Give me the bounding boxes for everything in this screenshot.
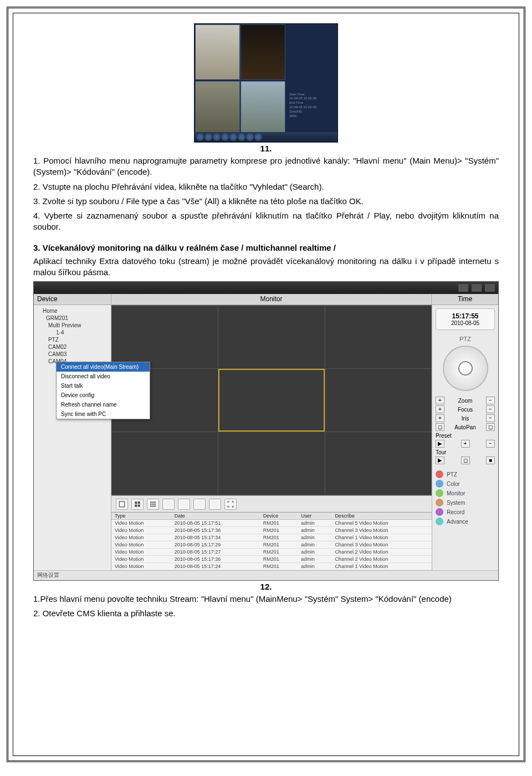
step-4: 4. Vyberte si zaznamenaný soubor a spusť…	[33, 210, 499, 233]
log-cell-date: 2010-08-05 15:17:26	[171, 556, 260, 563]
prev-icon[interactable]	[213, 133, 221, 141]
tree-range[interactable]: 1-4	[36, 329, 109, 336]
log-row[interactable]: Video Motion2010-08-05 15:17:29RM201admi…	[111, 541, 432, 549]
progress-bar[interactable]	[264, 136, 334, 138]
layout-4-icon[interactable]	[131, 499, 144, 510]
layout-25-icon[interactable]	[178, 499, 190, 510]
monitor-cell[interactable]	[218, 306, 324, 368]
thumb-3	[195, 81, 240, 136]
tour-play-button[interactable]: ▶	[436, 457, 444, 464]
log-cell-user: admin	[298, 520, 331, 527]
ctx-start-talk[interactable]: Start talk	[57, 381, 150, 390]
preset-del-button[interactable]: −	[486, 440, 495, 448]
layout-36-icon[interactable]	[193, 499, 206, 510]
close-icon[interactable]	[485, 284, 495, 292]
sidebar-monitor[interactable]: Monitor	[436, 489, 495, 497]
zoom-out-button[interactable]: −	[486, 397, 495, 404]
svg-rect-13	[154, 505, 155, 506]
maximize-icon[interactable]	[472, 284, 482, 292]
log-cell-type: Video Motion	[111, 563, 171, 570]
thumb-4	[241, 81, 285, 136]
autopan-button[interactable]: ◻	[436, 423, 444, 431]
log-row[interactable]: Video Motion2010-08-05 15:17:26RM201admi…	[111, 556, 432, 563]
col-describe: Describe	[331, 513, 432, 520]
svg-rect-9	[152, 503, 154, 504]
next-icon[interactable]	[238, 133, 245, 141]
monitor-cell[interactable]	[325, 306, 431, 368]
record-icon	[436, 508, 443, 516]
sidebar-color[interactable]: Color	[436, 480, 495, 488]
minimize-icon[interactable]	[458, 284, 468, 292]
ctx-refresh-names[interactable]: Refresh channel name	[57, 400, 150, 409]
svg-rect-7	[154, 501, 155, 503]
rewind-icon[interactable]	[221, 133, 229, 141]
tree-ptz[interactable]: PTZ	[36, 336, 109, 343]
monitor-cell[interactable]	[218, 432, 324, 495]
log-row[interactable]: Video Motion2010-08-05 15:17:51RM201admi…	[111, 520, 432, 527]
svg-rect-6	[152, 501, 154, 503]
section-3-text: Aplikací techniky Extra datového toku (s…	[33, 256, 499, 278]
figure-11-caption: 11.	[33, 144, 499, 153]
preset-go-button[interactable]: ▶	[436, 440, 444, 448]
layout-9-icon[interactable]	[147, 499, 159, 510]
tree-cam2[interactable]: CAM02	[36, 343, 109, 351]
sidebar-record[interactable]: Record	[436, 508, 495, 516]
forward-icon[interactable]	[229, 133, 237, 141]
ptz-ring[interactable]	[443, 346, 488, 391]
tour-stop-button[interactable]: ■	[486, 457, 495, 464]
focus-row: + Focus −	[436, 405, 495, 413]
log-cell-describe: Channel 2 Video Motion	[331, 549, 432, 556]
monitor-cell[interactable]	[112, 306, 218, 368]
log-cell-date: 2010-08-05 15:17:27	[171, 549, 260, 556]
tree-home[interactable]: Home	[36, 307, 109, 315]
tree-device[interactable]: GRM201	[36, 315, 109, 322]
system-icon	[436, 499, 443, 506]
preset-add-button[interactable]: +	[461, 440, 470, 448]
ctx-disconnect[interactable]: Disconnect all video	[57, 372, 150, 381]
monitor-cell[interactable]	[325, 369, 431, 432]
ctx-connect-main[interactable]: Connect all video(Main Stream)	[57, 362, 150, 372]
monitor-cell[interactable]	[325, 432, 431, 495]
color-icon	[436, 480, 443, 488]
log-row[interactable]: Video Motion2010-08-05 15:17:34RM201admi…	[111, 534, 432, 541]
focus-in-button[interactable]: +	[436, 405, 444, 413]
layout-64-icon[interactable]	[209, 499, 221, 510]
step-2: 2. Vstupte na plochu Přehrávání videa, k…	[33, 181, 499, 192]
detail-line: 10-08-05 15:02:38	[289, 105, 336, 110]
tree-multipreview[interactable]: Multi Preview	[36, 322, 109, 329]
fullscreen-icon[interactable]	[224, 499, 237, 510]
loop-icon[interactable]	[254, 133, 262, 141]
layout-16-icon[interactable]	[162, 499, 175, 510]
iris-out-button[interactable]: −	[486, 414, 495, 422]
zoom-in-button[interactable]: +	[436, 397, 444, 404]
iris-row: + Iris −	[436, 414, 495, 422]
sidebar-item-label: System	[447, 500, 465, 506]
tour-pause-button[interactable]: ◻	[461, 457, 470, 464]
log-row[interactable]: Video Motion2010-08-05 15:17:27RM201admi…	[111, 549, 432, 556]
monitor-cell[interactable]	[112, 432, 218, 495]
ptz-center-button[interactable]	[458, 361, 473, 376]
log-cell-describe: Channel 3 Video Motion	[331, 541, 432, 549]
figure-12-caption: 12.	[33, 582, 499, 591]
log-row[interactable]: Video Motion2010-08-05 15:17:36RM201admi…	[111, 527, 432, 534]
step-icon[interactable]	[246, 133, 254, 141]
ctx-sync-time[interactable]: Sync time with PC	[57, 409, 150, 419]
ctx-device-config[interactable]: Device config	[57, 390, 150, 400]
tree-cam3[interactable]: CAM03	[36, 351, 109, 358]
iris-in-button[interactable]: +	[436, 414, 444, 422]
log-cell-type: Video Motion	[111, 527, 171, 534]
stop-icon[interactable]	[204, 133, 212, 141]
log-row[interactable]: Video Motion2010-08-05 15:17:24RM201admi…	[111, 563, 432, 570]
autopan-stop-button[interactable]: ◻	[486, 423, 495, 431]
monitor-cell-selected[interactable]	[218, 369, 324, 432]
log-cell-describe: Channel 2 Video Motion	[331, 556, 432, 563]
sidebar-item-label: Record	[447, 509, 464, 515]
layout-1-icon[interactable]	[116, 499, 128, 510]
preset-label: Preset	[436, 433, 495, 439]
device-header: Device	[34, 294, 111, 305]
sidebar-ptz[interactable]: PTZ	[436, 470, 495, 478]
sidebar-advance[interactable]: Advance	[436, 518, 495, 525]
focus-out-button[interactable]: −	[486, 405, 495, 413]
play-icon[interactable]	[196, 133, 204, 141]
sidebar-system[interactable]: System	[436, 499, 495, 506]
